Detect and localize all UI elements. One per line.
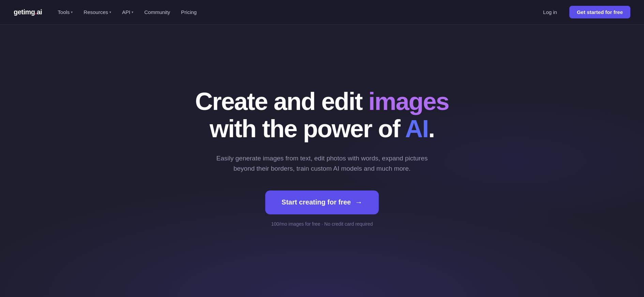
- nav-link-pricing[interactable]: Pricing: [176, 6, 201, 18]
- hero-title-highlight1: images: [369, 88, 449, 115]
- nav-link-api[interactable]: API ▾: [117, 6, 138, 18]
- nav-right: Log in Get started for free: [536, 6, 630, 18]
- nav-link-resources-label: Resources: [84, 9, 108, 15]
- nav-link-api-label: API: [122, 9, 130, 15]
- get-started-button[interactable]: Get started for free: [569, 6, 630, 18]
- hero-title-part1: Create and edit: [195, 88, 368, 115]
- start-creating-label: Start creating for free: [282, 198, 351, 206]
- nav-links: Tools ▾ Resources ▾ API ▾ Community Pric…: [53, 6, 201, 18]
- hero-title: Create and edit images with the power of…: [195, 88, 449, 142]
- nav-link-community[interactable]: Community: [139, 6, 175, 18]
- login-button[interactable]: Log in: [536, 6, 564, 18]
- chevron-down-icon: ▾: [132, 10, 133, 14]
- chevron-down-icon: ▾: [71, 10, 73, 14]
- start-creating-button[interactable]: Start creating for free →: [265, 190, 379, 214]
- arrow-icon: →: [355, 198, 362, 207]
- nav-link-tools-label: Tools: [58, 9, 70, 15]
- nav-link-community-label: Community: [144, 9, 170, 15]
- navbar: getimg.ai Tools ▾ Resources ▾ API ▾ Comm…: [0, 0, 644, 25]
- hero-section: Create and edit images with the power of…: [0, 25, 644, 297]
- hero-subtitle: Easily generate images from text, edit p…: [213, 153, 431, 174]
- nav-link-pricing-label: Pricing: [181, 9, 197, 15]
- hero-title-part3: .: [428, 115, 434, 142]
- hero-title-highlight2: AI: [405, 115, 428, 142]
- logo-text-part1: getimg: [14, 8, 35, 16]
- nav-left: getimg.ai Tools ▾ Resources ▾ API ▾ Comm…: [14, 6, 201, 18]
- hero-note: 100/mo images for free · No credit card …: [271, 221, 373, 227]
- hero-title-part2: with the power of: [210, 115, 405, 142]
- nav-link-tools[interactable]: Tools ▾: [53, 6, 77, 18]
- logo[interactable]: getimg.ai: [14, 8, 42, 16]
- logo-text-part2: ai: [37, 8, 42, 16]
- nav-link-resources[interactable]: Resources ▾: [79, 6, 116, 18]
- chevron-down-icon: ▾: [109, 10, 111, 14]
